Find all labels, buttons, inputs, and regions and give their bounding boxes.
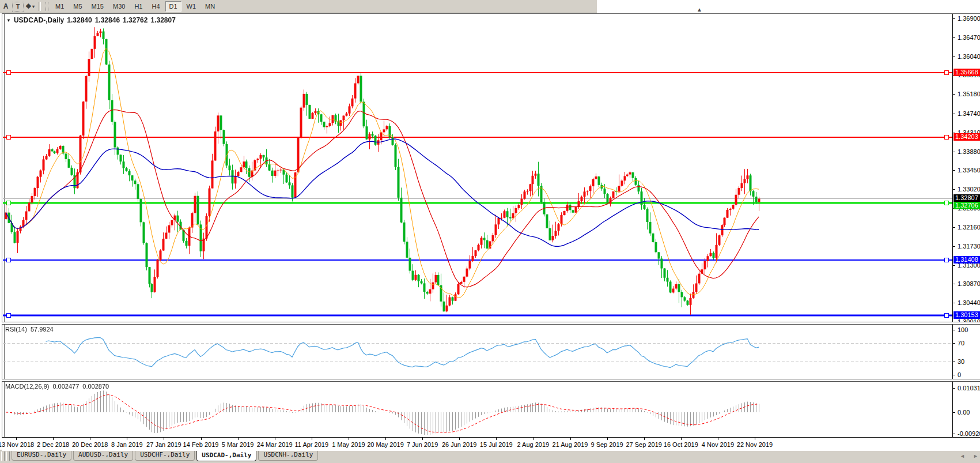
date-axis-tick bbox=[385, 438, 386, 440]
price-axis-label: 1.33450 bbox=[958, 167, 980, 174]
ohlc-open: 1.32840 bbox=[67, 16, 92, 24]
price-label-box: 1.35668 bbox=[953, 69, 980, 76]
chart-tab-usdcnh[interactable]: USDCNH-,Daily bbox=[258, 450, 318, 461]
date-axis-tick bbox=[127, 438, 127, 440]
toolbar-drag-handle[interactable] bbox=[46, 2, 48, 11]
tab-bar-grip[interactable] bbox=[1, 451, 5, 461]
chart-tab-eurusd[interactable]: EURUSD-,Daily bbox=[12, 450, 71, 461]
timeframe-button-m15[interactable]: M15 bbox=[88, 1, 108, 12]
date-axis-tick bbox=[533, 438, 533, 440]
price-axis-tick bbox=[953, 265, 955, 266]
macd-main-value-label: 0.002477 bbox=[52, 383, 79, 390]
tabs-holder: EURUSD-,DailyAUDUSD-,DailyUSDCHF-,DailyU… bbox=[12, 450, 320, 461]
date-axis-tick bbox=[16, 438, 17, 440]
macd-axis-label: 0.010311 bbox=[958, 385, 980, 392]
font-tool-button[interactable]: A bbox=[1, 1, 11, 12]
price-axis-tick bbox=[953, 284, 955, 284]
date-axis-tick bbox=[312, 438, 312, 440]
price-label-box: 1.31408 bbox=[953, 256, 980, 264]
date-axis-tick bbox=[459, 438, 460, 440]
date-axis-label: 27 Sep 2019 bbox=[626, 441, 661, 448]
timeframe-button-h1[interactable]: H1 bbox=[130, 1, 146, 12]
date-axis-label: 27 Jan 2019 bbox=[146, 441, 181, 448]
rsi-axis-tick bbox=[953, 375, 955, 375]
price-axis-label: 1.30440 bbox=[958, 299, 980, 306]
date-axis-label: 2 Aug 2019 bbox=[517, 441, 550, 448]
timeframe-button-m5[interactable]: M5 bbox=[69, 1, 86, 12]
pane-splitter[interactable] bbox=[2, 322, 980, 325]
price-label-box: 1.34203 bbox=[953, 133, 980, 141]
date-axis-tick bbox=[755, 438, 755, 440]
macd-signal-value-label: 0.002870 bbox=[82, 383, 109, 390]
chart-tab-usdcad[interactable]: USDCAD-,Daily bbox=[196, 450, 256, 461]
price-chart-canvas[interactable] bbox=[3, 15, 952, 322]
date-axis-label: 9 Sep 2019 bbox=[591, 441, 623, 448]
date-axis-label: 21 Aug 2019 bbox=[553, 441, 588, 448]
date-axis-tick bbox=[607, 438, 608, 440]
timeframe-button-m1[interactable]: M1 bbox=[51, 1, 68, 12]
chart-tab-bar: EURUSD-,DailyAUDUSD-,DailyUSDCHF-,DailyU… bbox=[0, 450, 980, 463]
price-label-box: 1.30153 bbox=[953, 311, 980, 319]
macd-header: MACD(12,26,9) 0.002477 0.002870 bbox=[5, 383, 109, 390]
date-axis-tick bbox=[275, 438, 275, 440]
timeframe-button-mn[interactable]: MN bbox=[201, 1, 219, 12]
date-axis-label: 7 Jun 2019 bbox=[407, 441, 438, 448]
rsi-title-label: RSI(14) bbox=[5, 326, 27, 333]
tab-scroll-right-arrow[interactable]: ► bbox=[973, 453, 978, 459]
toolbar: A T ❖▾ M1M5M15M30H1H4D1W1MN bbox=[0, 0, 597, 13]
shapes-tool-button[interactable]: ❖▾ bbox=[25, 1, 35, 12]
timeframe-button-d1[interactable]: D1 bbox=[165, 1, 181, 12]
chevron-down-icon: ▾ bbox=[32, 4, 35, 9]
mt4-trading-platform: A T ❖▾ M1M5M15M30H1H4D1W1MN ▲ ▼ USDCAD-,… bbox=[0, 0, 980, 463]
price-axis-tick bbox=[953, 303, 955, 303]
date-axis-tick bbox=[201, 438, 202, 440]
date-axis-label: 22 Nov 2019 bbox=[737, 441, 773, 448]
date-axis-label: 11 Apr 2019 bbox=[295, 441, 329, 448]
chart-tab-audusd[interactable]: AUDUSD-,Daily bbox=[73, 450, 133, 461]
rsi-axis-label: 100 bbox=[958, 326, 968, 333]
rsi-axis-tick bbox=[953, 343, 955, 344]
price-axis-tick bbox=[953, 189, 955, 190]
date-axis-label: 5 Mar 2019 bbox=[222, 441, 254, 448]
date-axis-label: 15 Jul 2019 bbox=[480, 441, 513, 448]
toolbar-separator bbox=[39, 2, 41, 11]
date-axis-tick bbox=[422, 438, 423, 440]
chart-shift-marker-icon[interactable]: ▲ bbox=[697, 6, 702, 13]
rsi-axis-label: 70 bbox=[958, 340, 964, 347]
timeframe-button-group: M1M5M15M30H1H4D1W1MN bbox=[51, 1, 220, 12]
timeframe-button-h4[interactable]: H4 bbox=[147, 1, 164, 12]
date-axis-label: 14 Feb 2019 bbox=[183, 441, 219, 448]
chart-tab-usdchf[interactable]: USDCHF-,Daily bbox=[135, 450, 195, 461]
date-axis: 13 Nov 20182 Dec 201820 Dec 20188 Jan 20… bbox=[2, 437, 980, 451]
price-axis-tick bbox=[953, 170, 955, 171]
date-axis-tick bbox=[349, 438, 349, 440]
date-axis-tick bbox=[53, 438, 54, 440]
date-axis-label: 1 May 2019 bbox=[332, 441, 365, 448]
pane-splitter[interactable] bbox=[2, 379, 980, 382]
date-axis-tick bbox=[164, 438, 164, 440]
window-left-edge bbox=[2, 14, 2, 450]
tab-bar-grip[interactable] bbox=[6, 451, 10, 461]
rsi-axis-label: 0 bbox=[958, 371, 961, 378]
timeframe-button-m30[interactable]: M30 bbox=[109, 1, 129, 12]
price-axis-label: 1.33020 bbox=[958, 186, 980, 193]
price-axis-tick bbox=[953, 227, 955, 228]
macd-axis-label: -0.009203 bbox=[958, 430, 980, 437]
chart-symbol-label: USDCAD-,Daily bbox=[14, 16, 64, 24]
tab-scroll-left-arrow[interactable]: ◄ bbox=[960, 453, 965, 459]
price-axis-label: 1.35180 bbox=[958, 91, 980, 97]
text-label-tool-button[interactable]: T bbox=[12, 2, 24, 12]
date-axis-label: 26 Jun 2019 bbox=[442, 441, 477, 448]
ohlc-close: 1.32807 bbox=[150, 16, 175, 24]
rsi-indicator-canvas[interactable] bbox=[3, 325, 952, 379]
macd-indicator-canvas[interactable] bbox=[3, 382, 952, 436]
price-axis-tick bbox=[953, 152, 955, 152]
date-axis-label: 8 Jan 2019 bbox=[111, 441, 142, 448]
timeframe-button-w1[interactable]: W1 bbox=[183, 1, 200, 12]
ohlc-high: 1.32846 bbox=[95, 16, 120, 24]
rsi-header: RSI(14) 57.9924 bbox=[5, 326, 54, 333]
price-axis-tick bbox=[953, 37, 955, 38]
macd-title-label: MACD(12,26,9) bbox=[5, 383, 49, 390]
price-axis-label: 1.36900 bbox=[958, 15, 980, 22]
price-axis-label: 1.36470 bbox=[958, 34, 980, 41]
